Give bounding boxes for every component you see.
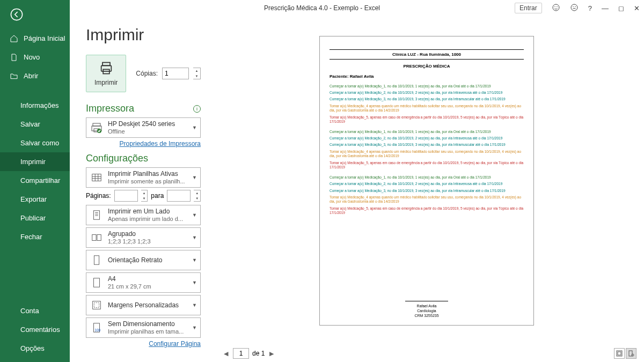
svg-point-0 [553, 4, 559, 11]
orientation-icon [90, 253, 104, 267]
next-page-button[interactable]: ▶ [268, 350, 275, 357]
page-heading: Imprimir [86, 26, 201, 44]
svg-point-1 [554, 6, 555, 7]
prescription-line: Começar a tomar a(o) Medicação_3, no dia… [330, 189, 524, 193]
nav-item-informações[interactable]: Informações [0, 96, 70, 115]
show-margins-button[interactable] [614, 348, 625, 359]
prescription-line: Começar a tomar a(o) Medicação_3, no dia… [330, 143, 524, 147]
zoom-to-page-button[interactable] [626, 348, 636, 359]
printer-properties-link[interactable]: Propriedades de Impressora [86, 140, 201, 147]
nav-item-conta[interactable]: Conta [0, 301, 70, 320]
prescription-line: Tomar a(o) Medicação_5, apenas em caso d… [330, 115, 524, 124]
nav-item-publicar[interactable]: Publicar [0, 209, 70, 227]
prescription-line: Começar a tomar a(o) Medicação_2, no dia… [330, 182, 524, 186]
prescription-line: Tomar a(o) Medicação_4 apenas quando um … [330, 104, 524, 113]
nav-item-novo[interactable]: Novo [0, 48, 70, 67]
settings-section-heading: Configurações [86, 153, 148, 164]
page-number-input[interactable] [233, 348, 249, 359]
svg-rect-16 [92, 235, 96, 241]
patient-label: Paciente: Rafael Avila [330, 74, 524, 79]
titlebar-controls: Entrar ? — ◻ ✕ [515, 3, 640, 13]
svg-rect-10 [93, 123, 100, 126]
pages-from-input[interactable] [114, 190, 138, 202]
printer-icon [90, 121, 104, 135]
help-button[interactable]: ? [588, 4, 592, 12]
maximize-button[interactable]: ◻ [618, 4, 624, 12]
pages-from-spinner[interactable]: ▲▼ [141, 190, 148, 202]
prescription-line: Começar a tomar a(o) Medicação_3, no dia… [330, 97, 524, 101]
svg-rect-17 [97, 235, 101, 241]
copies-spinner[interactable]: ▲▼ [193, 68, 201, 79]
paper-icon [90, 276, 104, 290]
nav-item-abrir[interactable]: Abrir [0, 67, 70, 85]
frown-icon[interactable] [570, 3, 579, 13]
scaling-icon: 100 [90, 321, 104, 335]
svg-point-6 [11, 9, 22, 20]
margins-dropdown[interactable]: Margens Personalizadas ▼ [86, 295, 201, 315]
prescription-line: Começar a tomar a(o) Medicação_2, no dia… [330, 136, 524, 141]
close-button[interactable]: ✕ [634, 4, 640, 12]
svg-rect-15 [94, 211, 100, 220]
print-preview-panel: Clínica LUZ - Rua Iluminada, 1000 PRESCR… [209, 16, 644, 362]
margins-icon [90, 298, 104, 312]
nav-item-imprimir[interactable]: Imprimir [0, 152, 70, 171]
printer-dropdown[interactable]: HP Deskjet 2540 series Offline ▼ [86, 117, 201, 138]
sides-dropdown[interactable]: Imprimir em Um LadoApenas imprimir um la… [86, 205, 201, 225]
prescription-line: Começar a tomar a(o) Medicação_2, no dia… [330, 91, 524, 95]
backstage-main: Imprimir Imprimir Cópias: ▲▼ Impressora … [70, 16, 644, 362]
pages-label: Páginas: [86, 192, 111, 200]
nav-item-página-inicial[interactable]: Página Inicial [0, 29, 70, 48]
svg-rect-20 [93, 301, 101, 309]
prescription-line: Tomar a(o) Medicação_5, apenas em caso d… [330, 161, 524, 170]
clinic-header: Clínica LUZ - Rua Iluminada, 1000 [330, 50, 524, 59]
info-icon[interactable]: i [193, 105, 201, 113]
nav-item-comentários[interactable]: Comentários [0, 320, 70, 339]
titlebar: Prescrição Médica 4.0 - Exemplo - Excel … [0, 0, 644, 16]
nav-item-salvar[interactable]: Salvar [0, 115, 70, 134]
preview-page: Clínica LUZ - Rua Iluminada, 1000 PRESCR… [319, 36, 534, 326]
prescription-line: Tomar a(o) Medicação_4 apenas quando um … [330, 195, 524, 204]
prescription-title: PRESCRIÇÃO MÉDICA [330, 60, 524, 74]
collate-icon [90, 231, 104, 245]
svg-rect-19 [94, 278, 100, 287]
sign-in-button[interactable]: Entrar [515, 3, 542, 13]
svg-rect-18 [94, 256, 99, 265]
svg-text:100: 100 [94, 328, 100, 332]
minimize-button[interactable]: — [602, 4, 609, 12]
nav-item-opções[interactable]: Opções [0, 339, 70, 358]
prescription-line: Começar a tomar a(o) Medicação_1, no dia… [330, 130, 524, 134]
nav-item-fechar[interactable]: Fechar [0, 227, 70, 246]
smile-icon[interactable] [552, 3, 560, 13]
backstage-nav: Página InicialNovoAbrir InformaçõesSalva… [0, 0, 70, 362]
print-settings-panel: Imprimir Imprimir Cópias: ▲▼ Impressora … [70, 16, 209, 362]
nav-item-compartilhar[interactable]: Compartilhar [0, 171, 70, 190]
signature-block: Rafael Avila Cardiologia CRM 3255235 [330, 301, 524, 318]
window-title: Prescrição Médica 4.0 - Exemplo - Excel [264, 4, 380, 12]
nav-item-exportar[interactable]: Exportar [0, 190, 70, 209]
svg-rect-25 [618, 352, 621, 355]
copies-label: Cópias: [136, 70, 158, 77]
printer-section-heading: Impressora [86, 103, 134, 114]
sides-icon [90, 208, 104, 222]
page-setup-link[interactable]: Configurar Página [86, 340, 201, 348]
svg-rect-21 [94, 302, 99, 307]
print-button[interactable]: Imprimir [86, 55, 126, 92]
copies-input[interactable] [162, 68, 189, 79]
prev-page-button[interactable]: ◀ [222, 350, 230, 357]
svg-point-4 [573, 6, 573, 7]
paper-dropdown[interactable]: A421 cm x 29,7 cm ▼ [86, 272, 201, 293]
back-button[interactable] [0, 0, 70, 29]
collate-dropdown[interactable]: Agrupado1;2;3 1;2;3 1;2;3 ▼ [86, 227, 201, 248]
orientation-dropdown[interactable]: Orientação Retrato ▼ [86, 250, 201, 270]
chevron-down-icon: ▼ [192, 125, 197, 130]
print-sheets-dropdown[interactable]: Imprimir Planilhas AtivasImprimir soment… [86, 167, 201, 188]
svg-rect-14 [92, 174, 101, 181]
pages-to-input[interactable] [167, 190, 191, 202]
scaling-dropdown[interactable]: 100 Sem DimensionamentoImprimir planilha… [86, 317, 201, 338]
pages-to-label: para [151, 192, 164, 200]
prescription-line: Tomar a(o) Medicação_5, apenas em caso d… [330, 206, 524, 216]
nav-item-salvar-como[interactable]: Salvar como [0, 134, 70, 152]
svg-point-3 [571, 4, 577, 11]
pages-to-spinner[interactable]: ▲▼ [194, 190, 201, 202]
svg-point-2 [557, 6, 557, 7]
